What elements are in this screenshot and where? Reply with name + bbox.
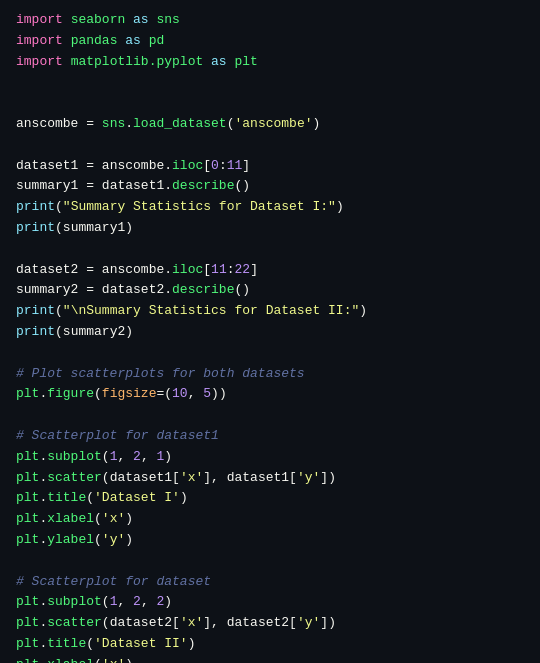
- variable: dataset1: [227, 468, 289, 489]
- variable: anscombe: [102, 260, 164, 281]
- module-ref: plt: [16, 447, 39, 468]
- number: 2: [133, 447, 141, 468]
- string-literal: "Summary Statistics for Dataset I:": [63, 197, 336, 218]
- line-2: import pandas as pd: [16, 31, 524, 52]
- builtin-func: print: [16, 218, 55, 239]
- number: 10: [172, 384, 188, 405]
- number: 11: [211, 260, 227, 281]
- function-call: figure: [47, 384, 94, 405]
- line-9: summary1 = dataset1 . describe (): [16, 176, 524, 197]
- line-11: print ( summary1 ): [16, 218, 524, 239]
- string-literal: "\nSummary Statistics for Dataset II:": [63, 301, 359, 322]
- function-call: subplot: [47, 447, 102, 468]
- line-26: plt . ylabel ( 'y' ): [16, 530, 524, 551]
- function-call: load_dataset: [133, 114, 227, 135]
- line-20: [16, 405, 524, 426]
- line-30: plt . scatter ( dataset2 [ 'x' ], datase…: [16, 613, 524, 634]
- number: 1: [156, 447, 164, 468]
- function-call: xlabel: [47, 509, 94, 530]
- builtin-func: print: [16, 301, 55, 322]
- line-13: dataset2 = anscombe . iloc [ 11 : 22 ]: [16, 260, 524, 281]
- number: 2: [133, 592, 141, 613]
- line-23: plt . scatter ( dataset1 [ 'x' ], datase…: [16, 468, 524, 489]
- function-call: title: [47, 488, 86, 509]
- string-literal: 'y': [297, 468, 320, 489]
- module-ref: plt: [16, 530, 39, 551]
- variable: dataset2: [110, 613, 172, 634]
- as-keyword: as: [125, 31, 141, 52]
- line-17: [16, 343, 524, 364]
- method-call: describe: [172, 280, 234, 301]
- parameter-name: figsize: [102, 384, 157, 405]
- method-call: iloc: [172, 156, 203, 177]
- code-editor: import seaborn as sns import pandas as p…: [0, 0, 540, 663]
- variable: anscombe: [102, 156, 164, 177]
- number: 2: [156, 592, 164, 613]
- line-4: [16, 72, 524, 93]
- line-21: # Scatterplot for dataset1: [16, 426, 524, 447]
- line-29: plt . subplot ( 1 , 2 , 2 ): [16, 592, 524, 613]
- method-call: iloc: [172, 260, 203, 281]
- line-12: [16, 239, 524, 260]
- number: 11: [227, 156, 243, 177]
- line-24: plt . title ( 'Dataset I' ): [16, 488, 524, 509]
- comment: # Scatterplot for dataset1: [16, 426, 219, 447]
- variable: dataset2: [227, 613, 289, 634]
- module-ref: sns: [102, 114, 125, 135]
- variable: dataset1: [16, 156, 78, 177]
- variable: summary1: [63, 218, 125, 239]
- line-19: plt . figure ( figsize =( 10 , 5 )): [16, 384, 524, 405]
- number: 1: [110, 447, 118, 468]
- variable: dataset2: [16, 260, 78, 281]
- string-literal: 'Dataset II': [94, 634, 188, 655]
- as-keyword: as: [211, 52, 227, 73]
- function-call: ylabel: [47, 530, 94, 551]
- function-call: title: [47, 634, 86, 655]
- module-name: seaborn: [71, 10, 126, 31]
- variable: summary2: [16, 280, 78, 301]
- line-7: [16, 135, 524, 156]
- comment: # Plot scatterplots for both datasets: [16, 364, 305, 385]
- line-3: import matplotlib.pyplot as plt: [16, 52, 524, 73]
- variable: dataset1: [102, 176, 164, 197]
- number: 1: [110, 592, 118, 613]
- line-16: print ( summary2 ): [16, 322, 524, 343]
- string-literal: 'anscombe': [234, 114, 312, 135]
- line-8: dataset1 = anscombe . iloc [ 0 : 11 ]: [16, 156, 524, 177]
- function-call: scatter: [47, 468, 102, 489]
- function-call: xlabel: [47, 655, 94, 663]
- module-ref: plt: [16, 592, 39, 613]
- line-15: print ( "\nSummary Statistics for Datase…: [16, 301, 524, 322]
- line-18: # Plot scatterplots for both datasets: [16, 364, 524, 385]
- line-1: import seaborn as sns: [16, 10, 524, 31]
- line-5: [16, 93, 524, 114]
- string-literal: 'y': [297, 613, 320, 634]
- method-call: describe: [172, 176, 234, 197]
- function-call: subplot: [47, 592, 102, 613]
- module-ref: plt: [16, 384, 39, 405]
- number: 0: [211, 156, 219, 177]
- variable: dataset1: [110, 468, 172, 489]
- string-literal: 'x': [180, 468, 203, 489]
- keyword: import: [16, 10, 63, 31]
- line-32: plt . xlabel ( 'x' ): [16, 655, 524, 663]
- module-ref: plt: [16, 634, 39, 655]
- module-name: pandas: [71, 31, 118, 52]
- line-25: plt . xlabel ( 'x' ): [16, 509, 524, 530]
- variable: dataset2: [102, 280, 164, 301]
- string-literal: 'x': [102, 655, 125, 663]
- comment: # Scatterplot for dataset: [16, 572, 211, 593]
- builtin-func: print: [16, 197, 55, 218]
- keyword: import: [16, 31, 63, 52]
- line-6: anscombe = sns . load_dataset ( 'anscomb…: [16, 114, 524, 135]
- string-literal: 'Dataset I': [94, 488, 180, 509]
- number: 22: [235, 260, 251, 281]
- as-keyword: as: [133, 10, 149, 31]
- number: 5: [203, 384, 211, 405]
- variable: summary2: [63, 322, 125, 343]
- module-ref: plt: [16, 509, 39, 530]
- line-27: [16, 551, 524, 572]
- line-28: # Scatterplot for dataset: [16, 572, 524, 593]
- line-14: summary2 = dataset2 . describe (): [16, 280, 524, 301]
- string-literal: 'y': [102, 530, 125, 551]
